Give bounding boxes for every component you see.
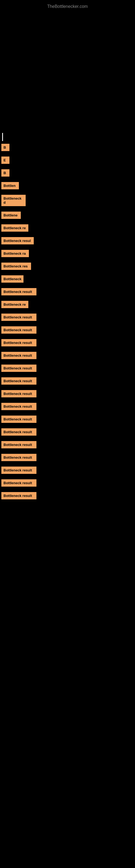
bottleneck-item-b2: B [1,169,9,177]
bottleneck-item-bottleneck-ra: Bottleneck ra [1,250,29,257]
bottleneck-row: Bottleneck resul [0,237,135,247]
bottleneck-row: Bottleneck res [0,262,135,272]
bottleneck-item-bottleneck-result12: Bottleneck result [1,441,37,448]
bottleneck-row: Bottleneck result [0,288,135,298]
bottleneck-item-bottleneck-result10: Bottleneck result [1,415,37,423]
bottleneck-item-bottleneck-result2: Bottleneck result [1,314,37,321]
bottleneck-item-bottleneck-result13: Bottleneck result [1,454,37,461]
cursor-line [2,133,3,141]
bottleneck-item-bottleneck-result11: Bottleneck result [1,428,37,436]
bottleneck-row: Bottleneck result [0,479,135,489]
bottleneck-item-bottleneck-result14: Bottleneck result [1,467,37,474]
bottleneck-item-bottlen: Bottlen [1,182,19,189]
bottleneck-item-e1: E [1,156,9,164]
bottleneck-row: Bottleneck result [0,365,135,374]
bottleneck-row: Bottleneck result [0,339,135,348]
bottleneck-row: Bottleneck result [0,314,135,323]
bottleneck-row: Bottleneck result [0,454,135,463]
bottleneck-item-bottleneck-d: Bottleneck d [1,195,26,206]
bottleneck-item-bottleneck-result16: Bottleneck result [1,492,37,499]
bottleneck-row: B [0,169,135,179]
bottleneck-item-bottleneck-resul: Bottleneck resul [1,237,34,244]
bottleneck-item-bottleneck-result5: Bottleneck result [1,352,37,359]
bottleneck-item-bottleneck-result8: Bottleneck result [1,390,37,397]
bottleneck-row: Bottleneck d [0,195,135,208]
bottleneck-row: Bottleneck result [0,492,135,501]
bottleneck-item-bottleneck-result6: Bottleneck result [1,365,37,372]
bottleneck-row: Bottleneck result [0,326,135,336]
bottleneck-row: Bottleneck result [0,441,135,451]
bottleneck-item-bottleneck-result7: Bottleneck result [1,377,37,384]
bottleneck-item-bottleneck-result15: Bottleneck result [1,479,37,487]
bottleneck-row: Bottleneck result [0,403,135,412]
bottleneck-row: Bottleneck result [0,467,135,476]
bottleneck-item-bottleneck-re2: Bottleneck re [1,301,28,308]
bottleneck-item-bottleneck-re: Bottleneck re [1,224,28,231]
bottleneck-row: B [0,144,135,153]
bottleneck-row: Bottleneck result [0,377,135,387]
bottleneck-item-b1: B [1,144,9,151]
bottleneck-row: Bottleneck re [0,224,135,234]
bottleneck-row: Bottleneck ra [0,250,135,259]
bottleneck-row: Bottlene [0,212,135,221]
bottleneck-row: E [0,156,135,166]
bottleneck-row: Bottleneck result [0,390,135,400]
bottleneck-item-bottleneck-result3: Bottleneck result [1,326,37,334]
bottleneck-row: Bottleneck [0,275,135,285]
bottleneck-row: Bottlen [0,182,135,191]
bottleneck-item-bottleneck2: Bottleneck [1,275,24,283]
bottleneck-item-bottleneck-result1: Bottleneck result [1,288,37,296]
bottleneck-items-container: BEBBottlenBottleneck dBottleneBottleneck… [0,144,135,505]
bottleneck-row: Bottleneck re [0,301,135,310]
site-title: TheBottlenecker.com [0,1,135,12]
bottleneck-row: Bottleneck result [0,428,135,438]
bottleneck-row: Bottleneck result [0,415,135,425]
bottleneck-row: Bottleneck result [0,352,135,361]
bottleneck-item-bottlene: Bottlene [1,212,21,219]
bottleneck-item-bottleneck-result4: Bottleneck result [1,339,37,346]
bottleneck-item-bottleneck-res: Bottleneck res [1,262,31,270]
bottleneck-item-bottleneck-result9: Bottleneck result [1,403,37,410]
